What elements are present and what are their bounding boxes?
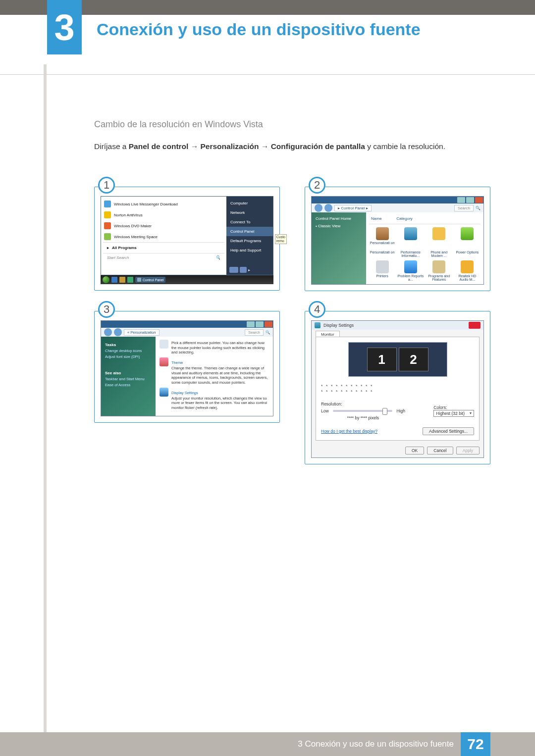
footer-text: 3 Conexión y uso de un dispositivo fuent… [298, 739, 454, 749]
forward-icon [114, 328, 122, 336]
taskbar-icon [119, 277, 125, 283]
power-icon [229, 267, 238, 273]
start-orb-icon [103, 276, 109, 283]
window-title: Display Settings [323, 323, 354, 328]
back-icon [104, 328, 112, 336]
start-item: Windows Meeting Space [114, 235, 158, 239]
figure-3-number: 3 [98, 301, 115, 318]
start-menu-screenshot: Windows Live Messenger Download Norton A… [101, 196, 273, 275]
cp-label: Realtek HD Audio M... [458, 274, 476, 281]
figure-4: 4 Display Settings Monitor 1 2 [305, 311, 490, 464]
theme-link: Theme [171, 360, 269, 365]
cp-label: Phone and Modem ... [430, 251, 447, 257]
cp-label: Programs and Features [428, 274, 450, 281]
figure-2-number: 2 [309, 177, 325, 194]
res-high: High [396, 408, 405, 413]
display-settings-link: Display Settings [171, 391, 269, 395]
cp-label: Power Options [456, 251, 479, 254]
advanced-settings-button: Advanced Settings... [423, 427, 474, 435]
search-icon: 🔍 [476, 206, 481, 210]
see-also-heading: See also [105, 371, 152, 375]
task-link: Adjust font size (DPI) [105, 354, 152, 359]
page-header: 3 Conexión y uso de un dispositivo fuent… [0, 15, 535, 64]
start-item: Norton AntiVirus [114, 213, 143, 217]
back-icon [315, 204, 322, 212]
control-panel-screenshot: ▸ Control Panel ▸ Search 🔍 Control Panel… [311, 196, 484, 285]
left-margin-stripe [44, 64, 47, 732]
window-icon [315, 322, 321, 328]
start-right-item: Computer [226, 199, 273, 208]
cp-label: Personalizati on [370, 251, 395, 254]
apply-button: Apply [456, 447, 480, 454]
close-icon [265, 321, 272, 327]
figure-1: 1 Windows Live Messenger Download Norton… [94, 187, 280, 291]
task-link: Change desktop icons [105, 349, 152, 353]
search-icon: 🔍 [266, 330, 270, 335]
lock-icon [240, 267, 247, 273]
instr-path3: Configuración de pantalla [271, 142, 365, 151]
cp-label: Printers [376, 274, 388, 278]
start-item: Windows Live Messenger Download [114, 202, 178, 206]
tasks-heading: Tasks [105, 343, 152, 347]
all-programs: All Programs [112, 246, 137, 250]
start-item: Windows DVD Maker [114, 224, 152, 228]
start-right-item: Default Programs [230, 239, 261, 243]
taskbar-icon [127, 277, 133, 283]
cp-item: Personalizati on [370, 241, 395, 245]
start-search: Start Search [107, 255, 129, 260]
colors-label: Colors: [433, 405, 474, 410]
search-icon: 🔍 [215, 255, 220, 260]
cp-label: Problem Reports a... [398, 274, 424, 281]
resolution-value: **** by **** pixels [321, 415, 405, 420]
instruction-text: Diríjase a Panel de control → Personaliz… [94, 141, 490, 152]
forward-icon [324, 204, 332, 212]
colors-combo: Highest (32 bit) [433, 410, 474, 417]
cp-classic-view: Classic View [318, 224, 340, 228]
display-settings-text: Adjust your monitor resolution, which ch… [171, 396, 269, 410]
figure-1-number: 1 [98, 177, 115, 194]
see-also-link: Ease of Access [105, 383, 152, 387]
chevron-right-icon: ▸ [248, 268, 250, 272]
cp-label: Performance Informatio... [401, 251, 421, 257]
chapter-badge: 3 [47, 0, 82, 54]
section-subheading: Cambio de la resolución en Windows Vista [94, 119, 490, 130]
monitor-preview: 1 2 [348, 342, 447, 377]
figures-grid: 1 Windows Live Messenger Download Norton… [94, 187, 490, 464]
resolution-slider [333, 410, 393, 412]
tooltip-line: remo [276, 239, 284, 243]
ok-button: OK [405, 447, 424, 454]
instr-arrow1: → [191, 142, 201, 151]
monitor-1: 1 [367, 348, 397, 371]
cp-home: Control Panel Home [316, 216, 362, 221]
cancel-button: Cancel [427, 447, 453, 454]
taskbar-icon [111, 277, 117, 283]
figure-4-number: 4 [309, 301, 325, 318]
chapter-title: Conexión y uso de un dispositivo fuente [97, 20, 421, 39]
search-field: Search [245, 329, 264, 336]
close-icon [475, 197, 483, 203]
theme-text: Change the theme. Themes can change a wi… [171, 366, 269, 385]
footer-page-number: 72 [461, 732, 490, 756]
res-low: Low [321, 408, 329, 413]
page-content: Cambio de la resolución en Windows Vista… [0, 75, 535, 464]
mouse-pointer-text: Pick a different mouse pointer. You can … [171, 341, 269, 354]
instr-tail: y cambie la resolución. [367, 142, 445, 151]
start-right-item: Network [226, 208, 273, 217]
taskbar-button: Control Panel [135, 277, 165, 283]
display-settings-screenshot: Display Settings Monitor 1 2 * * * * * *… [311, 320, 484, 458]
close-icon [469, 322, 481, 329]
start-right-item: Connect To [226, 217, 273, 227]
figure-2: 2 ▸ Control Panel ▸ Search 🔍 Control [305, 187, 490, 291]
instr-leadin: Diríjase a [94, 142, 129, 151]
breadcrumb: « Personalization [124, 329, 160, 336]
resolution-label: Resolution: [321, 402, 405, 406]
page-footer: 3 Conexión y uso de un dispositivo fuent… [0, 732, 535, 756]
help-link: How do I get the best display? [321, 429, 377, 434]
cp-icon-grid: Personalizati on Personalizati on Person… [369, 224, 481, 281]
search-field: Search [454, 205, 474, 211]
tooltip-line: Custo [276, 235, 285, 239]
instr-path1: Panel de control [129, 142, 189, 151]
instr-arrow2: → [261, 142, 271, 151]
start-right-highlight: Control Panel [226, 227, 273, 236]
col-name: Name [371, 216, 381, 221]
